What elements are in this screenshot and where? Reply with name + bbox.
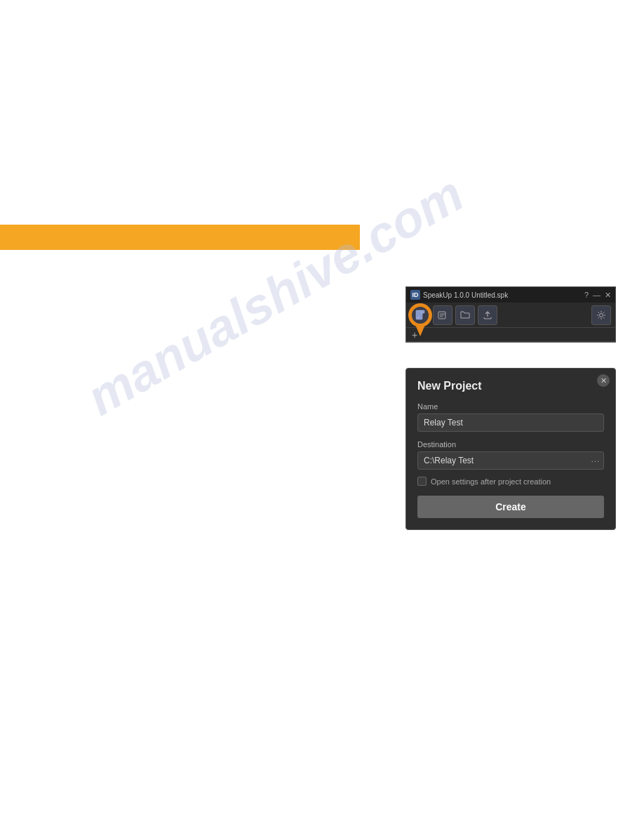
new-project-toolbar-button[interactable]: + <box>410 305 430 325</box>
orange-bar <box>0 225 360 250</box>
destination-input[interactable] <box>417 451 604 470</box>
arrow-indicator <box>416 326 424 336</box>
help-button[interactable]: ? <box>584 291 589 299</box>
dialog-close-button[interactable]: ✕ <box>597 374 610 387</box>
title-bar-controls: ? — ✕ <box>584 291 611 300</box>
title-bar: ID SpeakUp 1.0.0 Untitled.spk ? — ✕ <box>406 287 615 303</box>
open-settings-checkbox[interactable] <box>417 477 427 486</box>
destination-row: ... <box>417 451 604 477</box>
minimize-button[interactable]: — <box>593 291 601 299</box>
window-close-button[interactable]: ✕ <box>605 291 611 300</box>
name-field-label: Name <box>417 402 604 411</box>
new-project-dialog: ✕ New Project Name Destination ... Open … <box>405 368 616 530</box>
browse-button[interactable]: ... <box>591 455 600 463</box>
upload-toolbar-button[interactable] <box>478 305 497 325</box>
svg-point-4 <box>600 313 603 317</box>
toolbar: + <box>406 303 615 328</box>
open-file-toolbar-button[interactable] <box>433 305 452 325</box>
app-icon: ID <box>410 290 420 300</box>
destination-field-label: Destination <box>417 440 604 449</box>
plus-tab: + <box>406 328 615 342</box>
dialog-title: New Project <box>417 380 604 392</box>
title-bar-left: ID SpeakUp 1.0.0 Untitled.spk <box>410 290 508 300</box>
open-settings-label: Open settings after project creation <box>431 477 551 486</box>
app-window: ID SpeakUp 1.0.0 Untitled.spk ? — ✕ + <box>405 286 616 343</box>
checkbox-row: Open settings after project creation <box>417 477 604 486</box>
svg-rect-1 <box>422 310 424 313</box>
settings-toolbar-button[interactable] <box>591 305 611 325</box>
title-bar-text: SpeakUp 1.0.0 Untitled.spk <box>423 291 508 299</box>
folder-toolbar-button[interactable] <box>455 305 475 325</box>
name-input[interactable] <box>417 413 604 432</box>
create-button[interactable]: Create <box>417 496 604 518</box>
